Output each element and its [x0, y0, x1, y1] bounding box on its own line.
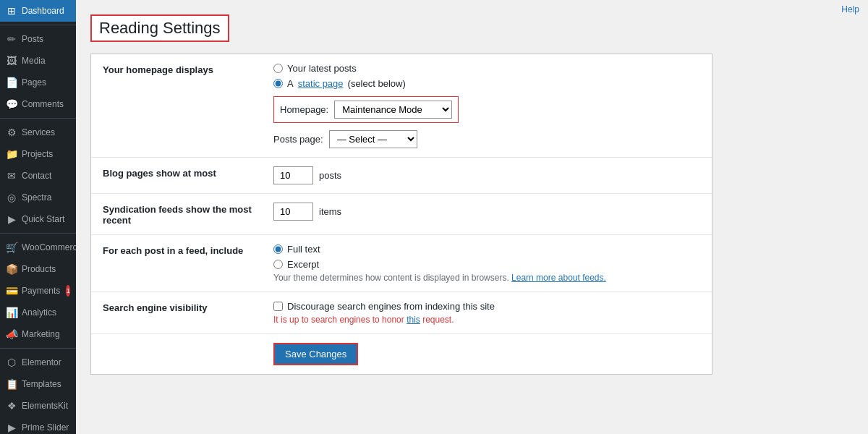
marketing-icon: 📣	[6, 328, 17, 340]
sidebar-item-elementskit[interactable]: ❖ ElementsKit	[0, 395, 76, 417]
services-icon: ⚙	[6, 127, 17, 138]
syndication-feeds-label: Syndication feeds show the most recent	[103, 203, 262, 226]
sidebar-item-templates[interactable]: 📋 Templates	[0, 373, 76, 395]
sidebar-label-payments: Payments	[22, 286, 60, 296]
latest-posts-radio[interactable]	[273, 64, 283, 73]
feed-content-radio-group: Full text Excerpt	[273, 244, 700, 270]
posts-page-field-label: Posts page:	[273, 134, 323, 145]
blog-pages-label: Blog pages show at most	[103, 166, 262, 179]
latest-posts-label: Your latest posts	[287, 63, 357, 74]
search-visibility-label: Search engine visibility	[103, 301, 262, 313]
sidebar-item-spectra[interactable]: ◎ Spectra	[0, 187, 76, 208]
blog-pages-row: Blog pages show at most 10 posts	[91, 158, 712, 194]
static-page-label-suffix: (select below)	[348, 78, 406, 89]
excerpt-label: Excerpt	[287, 259, 319, 270]
syndication-feeds-input[interactable]: 10	[273, 203, 313, 221]
sidebar-label-comments: Comments	[22, 99, 64, 109]
sidebar-item-contact[interactable]: ✉ Contact	[0, 165, 76, 187]
prime-slider-icon: ▶	[6, 422, 17, 433]
sidebar-label-analytics: Analytics	[22, 307, 56, 318]
blog-pages-input[interactable]: 10	[273, 166, 313, 184]
page-title: Reading Settings	[90, 14, 229, 42]
feed-content-control: Full text Excerpt Your theme determines …	[273, 244, 700, 283]
sidebar: ⊞ Dashboard ✏ Posts 🖼 Media 📄 Pages 💬 Co…	[0, 0, 76, 434]
homepage-select[interactable]: Maintenance Mode	[334, 101, 452, 119]
help-link[interactable]: Help	[841, 4, 859, 14]
dashboard-icon: ⊞	[6, 5, 17, 17]
posts-page-row: Posts page: — Select —	[273, 130, 700, 148]
sidebar-item-media[interactable]: 🖼 Media	[0, 50, 76, 72]
latest-posts-option[interactable]: Your latest posts	[273, 63, 700, 74]
quick-start-icon: ▶	[6, 213, 17, 225]
contact-icon: ✉	[6, 170, 17, 182]
sidebar-label-pages: Pages	[22, 77, 46, 88]
sidebar-item-dashboard[interactable]: ⊞ Dashboard	[0, 0, 76, 22]
syndication-feeds-row: Syndication feeds show the most recent 1…	[91, 194, 712, 235]
sidebar-label-contact: Contact	[22, 171, 51, 181]
search-visibility-control: Discourage search engines from indexing …	[273, 301, 700, 325]
main-content: Reading Settings Your homepage displays …	[76, 0, 868, 434]
discourage-checkbox[interactable]	[273, 302, 283, 311]
syndication-feeds-unit: items	[319, 206, 341, 217]
blog-pages-control: 10 posts	[273, 166, 700, 184]
feed-content-description: Your theme determines how content is dis…	[273, 273, 700, 283]
save-changes-button[interactable]: Save Changes	[273, 343, 358, 365]
static-page-option[interactable]: A static page (select below)	[273, 78, 700, 89]
woocommerce-icon: 🛒	[6, 242, 17, 253]
feed-content-label: For each post in a feed, include	[103, 244, 262, 256]
sidebar-item-elementor[interactable]: ⬡ Elementor	[0, 352, 76, 373]
spectra-icon: ◎	[6, 192, 17, 203]
sidebar-label-media: Media	[22, 56, 46, 66]
pages-icon: 📄	[6, 77, 17, 88]
static-page-label-prefix: A	[287, 78, 294, 89]
homepage-select-wrapper: Homepage: Maintenance Mode	[273, 96, 459, 123]
sidebar-item-woocommerce[interactable]: 🛒 WooCommerce	[0, 237, 76, 258]
sidebar-item-quick-start[interactable]: ▶ Quick Start	[0, 208, 76, 230]
projects-icon: 📁	[6, 148, 17, 160]
sidebar-label-elementor: Elementor	[22, 357, 61, 367]
save-changes-row: Save Changes	[91, 334, 712, 374]
learn-more-feeds-link[interactable]: Learn more about feeds.	[511, 273, 606, 283]
sidebar-label-elementskit: ElementsKit	[22, 401, 68, 411]
sidebar-item-payments[interactable]: 💳 Payments 1	[0, 280, 76, 302]
blog-pages-unit: posts	[319, 170, 341, 181]
sidebar-item-pages[interactable]: 📄 Pages	[0, 72, 76, 93]
templates-icon: 📋	[6, 378, 17, 390]
static-page-radio[interactable]	[273, 79, 283, 88]
full-text-option[interactable]: Full text	[273, 244, 700, 255]
syndication-feeds-control: 10 items	[273, 203, 700, 221]
sidebar-item-services[interactable]: ⚙ Services	[0, 122, 76, 143]
sidebar-item-prime-slider[interactable]: ▶ Prime Slider	[0, 417, 76, 434]
sidebar-item-marketing[interactable]: 📣 Marketing	[0, 323, 76, 345]
sidebar-label-quick-start: Quick Start	[22, 214, 64, 224]
homepage-displays-control: Your latest posts A static page (select …	[273, 63, 700, 148]
sidebar-label-posts: Posts	[22, 34, 43, 44]
sidebar-label-woocommerce: WooCommerce	[22, 242, 76, 252]
sidebar-label-dashboard: Dashboard	[22, 6, 64, 16]
homepage-radio-group: Your latest posts A static page (select …	[273, 63, 700, 89]
excerpt-option[interactable]: Excerpt	[273, 259, 700, 270]
search-visibility-link[interactable]: this	[407, 315, 420, 325]
search-visibility-notice: It is up to search engines to honor this…	[273, 315, 700, 325]
sidebar-label-services: Services	[22, 127, 55, 137]
sidebar-label-marketing: Marketing	[22, 329, 60, 339]
payments-badge: 1	[66, 285, 70, 297]
sidebar-label-prime-slider: Prime Slider	[22, 422, 69, 433]
sidebar-item-analytics[interactable]: 📊 Analytics	[0, 302, 76, 323]
sidebar-item-products[interactable]: 📦 Products	[0, 258, 76, 280]
excerpt-radio[interactable]	[273, 260, 283, 269]
full-text-radio[interactable]	[273, 244, 283, 254]
discourage-checkbox-text: Discourage search engines from indexing …	[287, 301, 495, 312]
posts-page-select[interactable]: — Select —	[329, 130, 417, 148]
sidebar-label-spectra: Spectra	[22, 192, 51, 203]
discourage-checkbox-label[interactable]: Discourage search engines from indexing …	[273, 301, 700, 312]
elementor-icon: ⬡	[6, 357, 17, 368]
sidebar-item-projects[interactable]: 📁 Projects	[0, 143, 76, 165]
elementskit-icon: ❖	[6, 400, 17, 412]
sidebar-item-posts[interactable]: ✏ Posts	[0, 28, 76, 50]
sidebar-item-comments[interactable]: 💬 Comments	[0, 93, 76, 115]
search-visibility-row: Search engine visibility Discourage sear…	[91, 292, 712, 334]
sidebar-label-projects: Projects	[22, 149, 53, 159]
static-page-link[interactable]: static page	[298, 78, 344, 89]
sidebar-label-products: Products	[22, 264, 56, 274]
